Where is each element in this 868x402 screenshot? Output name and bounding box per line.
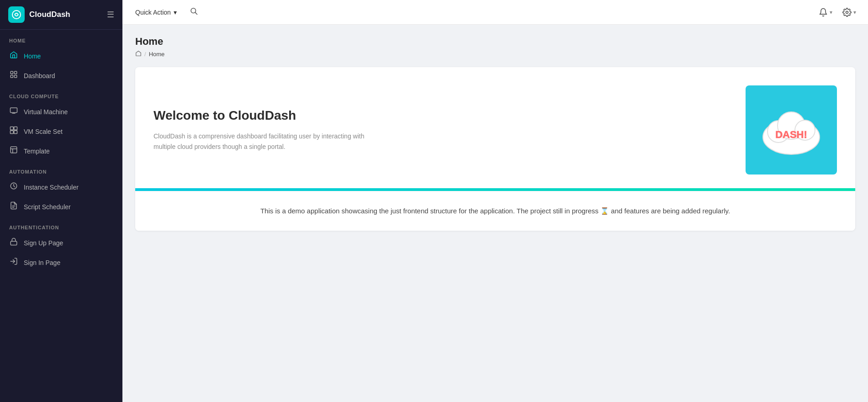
main-content: Quick Action ▾ ▾ ▾: [122, 0, 868, 402]
svg-rect-10: [11, 147, 17, 153]
sidebar-item-label-vm: Virtual Machine: [24, 108, 68, 116]
script-scheduler-icon: [9, 201, 18, 212]
sidebar-item-label-home: Home: [24, 53, 41, 60]
sidebar-item-label-template: Template: [24, 148, 50, 155]
sidebar-item-instance-scheduler[interactable]: Instance Scheduler: [0, 177, 122, 197]
sidebar-item-sign-in[interactable]: Sign In Page: [0, 253, 122, 272]
svg-rect-1: [11, 71, 13, 74]
sidebar-header: CloudDash ☰: [0, 0, 122, 29]
notification-button[interactable]: ▾: [816, 6, 835, 19]
sidebar-item-vm-scale-set[interactable]: VM Scale Set: [0, 122, 122, 141]
sidebar-item-label-vm-scale: VM Scale Set: [24, 128, 63, 135]
sidebar-item-label-sign-in: Sign In Page: [24, 259, 60, 266]
welcome-image: DASH!: [746, 85, 837, 175]
sidebar-item-label-instance-scheduler: Instance Scheduler: [24, 184, 79, 191]
welcome-card-top: Welcome to CloudDash CloudDash is a comp…: [135, 67, 855, 188]
page-content: Home / Home Welcome to CloudDash CloudDa…: [122, 25, 868, 402]
vm-icon: [9, 106, 18, 117]
logo-icon: [8, 6, 25, 23]
sidebar-item-home[interactable]: Home: [0, 46, 122, 66]
svg-rect-9: [14, 131, 17, 134]
sidebar-item-label-script-scheduler: Script Scheduler: [24, 203, 71, 211]
svg-point-16: [846, 11, 848, 13]
svg-rect-12: [11, 241, 17, 245]
bell-chevron-icon: ▾: [830, 9, 832, 16]
demo-notice: This is a demo application showcasing th…: [135, 191, 855, 231]
quick-action-button[interactable]: Quick Action ▾: [132, 6, 180, 19]
sidebar-item-script-scheduler[interactable]: Script Scheduler: [0, 197, 122, 217]
svg-rect-8: [11, 131, 14, 134]
svg-point-0: [12, 11, 21, 19]
quick-action-chevron-icon: ▾: [174, 9, 177, 16]
sidebar-item-template[interactable]: Template: [0, 141, 122, 161]
svg-line-15: [195, 12, 197, 14]
app-name: CloudDash: [29, 10, 70, 19]
sidebar-item-label-dashboard: Dashboard: [24, 72, 55, 79]
breadcrumb-separator: /: [144, 51, 146, 58]
svg-rect-6: [11, 127, 14, 130]
sidebar-item-dashboard[interactable]: Dashboard: [0, 66, 122, 85]
welcome-desc: CloudDash is a comprensive dashboard fac…: [153, 131, 382, 152]
vm-scale-icon: [9, 126, 18, 137]
section-label-authentication: AUTHENTICATION: [0, 217, 122, 233]
welcome-card: Welcome to CloudDash CloudDash is a comp…: [135, 67, 855, 231]
section-label-automation: AUTOMATION: [0, 161, 122, 177]
svg-text:DASH!: DASH!: [775, 129, 807, 140]
svg-rect-3: [11, 75, 13, 78]
sidebar-item-virtual-machine[interactable]: Virtual Machine: [0, 102, 122, 122]
home-icon: [9, 51, 18, 61]
section-label-cloud-compute: CLOUD COMPUTE: [0, 85, 122, 102]
svg-rect-5: [11, 108, 17, 113]
svg-rect-4: [15, 75, 17, 78]
dashboard-icon: [9, 70, 18, 81]
breadcrumb-current: Home: [149, 51, 165, 58]
sidebar-item-label-sign-up: Sign Up Page: [24, 239, 63, 247]
template-icon: [9, 146, 18, 156]
sign-in-icon: [9, 257, 18, 268]
topbar: Quick Action ▾ ▾ ▾: [122, 0, 868, 25]
sidebar: CloudDash ☰ HOME Home Dashboard CLOUD CO…: [0, 0, 122, 402]
hamburger-icon[interactable]: ☰: [107, 10, 114, 20]
settings-button[interactable]: ▾: [840, 6, 859, 19]
breadcrumb-home-icon: [135, 50, 142, 58]
instance-scheduler-icon: [9, 182, 18, 192]
gear-chevron-icon: ▾: [853, 9, 856, 16]
svg-rect-7: [14, 127, 17, 130]
sign-up-icon: [9, 238, 18, 248]
search-button[interactable]: [186, 5, 201, 19]
page-title: Home: [135, 36, 855, 48]
sidebar-logo: CloudDash: [8, 6, 70, 23]
welcome-title: Welcome to CloudDash: [153, 108, 732, 123]
sidebar-item-sign-up[interactable]: Sign Up Page: [0, 233, 122, 253]
svg-rect-2: [15, 71, 17, 74]
quick-action-label: Quick Action: [135, 9, 171, 16]
section-label-home: HOME: [0, 30, 122, 46]
breadcrumb: / Home: [135, 50, 855, 58]
topbar-right: ▾ ▾: [816, 6, 859, 19]
welcome-text-block: Welcome to CloudDash CloudDash is a comp…: [153, 108, 732, 152]
